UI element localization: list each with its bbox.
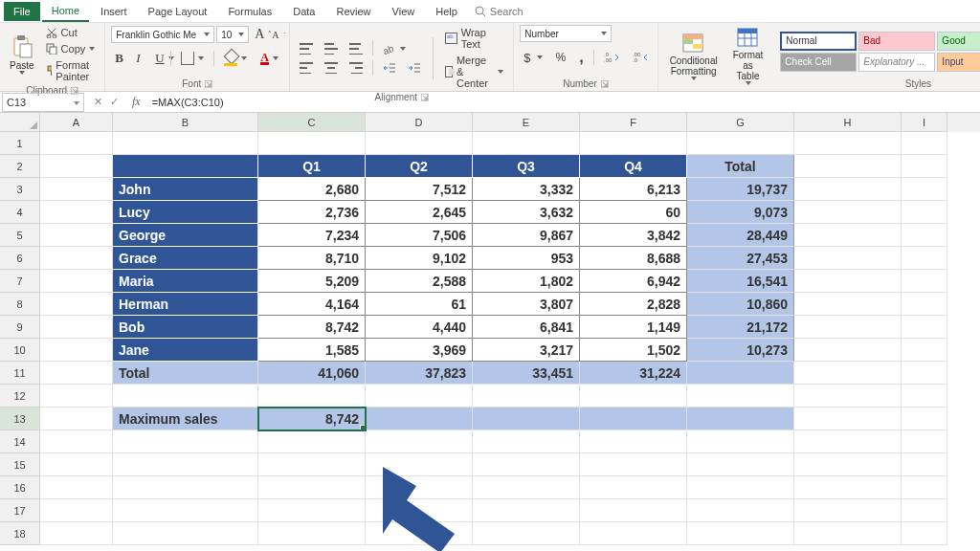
cell[interactable]: [687, 499, 794, 522]
col-C[interactable]: C: [258, 113, 366, 132]
cell[interactable]: 7,506: [366, 224, 473, 247]
cell[interactable]: Q2: [366, 155, 473, 178]
select-all-corner[interactable]: [0, 113, 40, 132]
decrease-font-button[interactable]: A˅: [268, 28, 283, 42]
cell[interactable]: 8,710: [258, 247, 366, 270]
cell[interactable]: 37,823: [366, 362, 473, 385]
cell[interactable]: Total: [687, 155, 794, 178]
row-header[interactable]: 12: [0, 385, 40, 408]
align-right-button[interactable]: [345, 60, 367, 76]
row-header[interactable]: 13: [0, 408, 40, 430]
cell[interactable]: 953: [473, 247, 580, 270]
cell[interactable]: [902, 408, 947, 430]
cell[interactable]: 1,149: [580, 316, 687, 339]
cell[interactable]: [113, 132, 258, 155]
cell[interactable]: [902, 270, 947, 293]
align-center-button[interactable]: [321, 60, 342, 76]
cell[interactable]: [366, 408, 473, 430]
menu-view[interactable]: View: [383, 2, 425, 21]
formula-input[interactable]: =MAX(C3:C10): [146, 97, 980, 108]
cell[interactable]: 3,332: [473, 178, 580, 201]
cell[interactable]: [473, 385, 580, 408]
cell[interactable]: 1,802: [473, 270, 580, 293]
font-size-select[interactable]: 10: [216, 26, 249, 43]
cell[interactable]: [794, 293, 902, 316]
cell[interactable]: [580, 476, 687, 499]
menu-file[interactable]: File: [4, 2, 40, 21]
cell[interactable]: [902, 476, 947, 499]
cell[interactable]: [258, 499, 366, 522]
cell[interactable]: Maria: [113, 270, 258, 293]
cell[interactable]: Q4: [580, 155, 687, 178]
cell[interactable]: 10,273: [687, 339, 794, 362]
cell[interactable]: John: [113, 178, 258, 201]
cell[interactable]: [40, 132, 113, 155]
dialog-launcher-icon[interactable]: [601, 80, 609, 88]
cell[interactable]: [902, 385, 947, 408]
style-check[interactable]: Check Cell: [780, 53, 857, 72]
cell[interactable]: [40, 499, 113, 522]
cell[interactable]: [258, 453, 366, 476]
cell[interactable]: [366, 385, 473, 408]
menu-page-layout[interactable]: Page Layout: [139, 2, 217, 21]
align-bottom-button[interactable]: [345, 40, 367, 57]
row-header[interactable]: 16: [0, 476, 40, 499]
cell[interactable]: [794, 499, 902, 522]
cell[interactable]: [40, 385, 113, 408]
cell[interactable]: George: [113, 224, 258, 247]
row-header[interactable]: 3: [0, 178, 40, 201]
border-button[interactable]: [177, 50, 208, 67]
cell[interactable]: [580, 453, 687, 476]
cell[interactable]: [687, 408, 794, 430]
cell[interactable]: 8,688: [580, 247, 687, 270]
wrap-text-button[interactable]: Wrap Text: [441, 25, 507, 52]
cell[interactable]: 61: [366, 293, 473, 316]
cell[interactable]: 8,742: [258, 316, 366, 339]
cell[interactable]: [366, 132, 473, 155]
cell[interactable]: [40, 224, 113, 247]
cell[interactable]: Lucy: [113, 201, 258, 224]
menu-insert[interactable]: Insert: [91, 2, 137, 21]
cell[interactable]: [902, 155, 947, 178]
cell[interactable]: [40, 453, 113, 476]
cell[interactable]: [794, 316, 902, 339]
cell[interactable]: [258, 132, 366, 155]
cell[interactable]: 3,217: [473, 339, 580, 362]
cell[interactable]: [113, 476, 258, 499]
cell[interactable]: [687, 453, 794, 476]
cut-button[interactable]: Cut: [42, 25, 100, 40]
cell[interactable]: [794, 385, 902, 408]
col-I[interactable]: I: [902, 113, 947, 132]
cell[interactable]: [687, 132, 794, 155]
cell[interactable]: [580, 522, 687, 545]
cell[interactable]: [902, 362, 947, 385]
cell[interactable]: [40, 522, 113, 545]
cell[interactable]: Bob: [113, 316, 258, 339]
cell[interactable]: 9,073: [687, 201, 794, 224]
cell[interactable]: Total: [113, 362, 258, 385]
cell[interactable]: [902, 499, 947, 522]
row-header[interactable]: 8: [0, 293, 40, 316]
row-header[interactable]: 14: [0, 430, 40, 453]
cell[interactable]: [902, 522, 947, 545]
menu-data[interactable]: Data: [283, 2, 324, 21]
conditional-formatting-button[interactable]: Conditional Formatting: [664, 31, 724, 82]
cell[interactable]: 10,860: [687, 293, 794, 316]
dialog-launcher-icon[interactable]: [205, 80, 212, 88]
cell[interactable]: [366, 453, 473, 476]
cell[interactable]: [794, 476, 902, 499]
cell[interactable]: [113, 453, 258, 476]
cell[interactable]: 41,060: [258, 362, 366, 385]
name-box[interactable]: C13: [2, 93, 84, 112]
cell[interactable]: [40, 270, 113, 293]
cell[interactable]: [902, 293, 947, 316]
cell[interactable]: [258, 522, 366, 545]
cell[interactable]: [40, 178, 113, 201]
cell[interactable]: [366, 476, 473, 499]
number-format-select[interactable]: Number: [520, 25, 612, 42]
cell[interactable]: [580, 385, 687, 408]
row-header[interactable]: 11: [0, 362, 40, 385]
row-header[interactable]: 15: [0, 453, 40, 476]
cell[interactable]: [366, 430, 473, 453]
cell[interactable]: [473, 453, 580, 476]
